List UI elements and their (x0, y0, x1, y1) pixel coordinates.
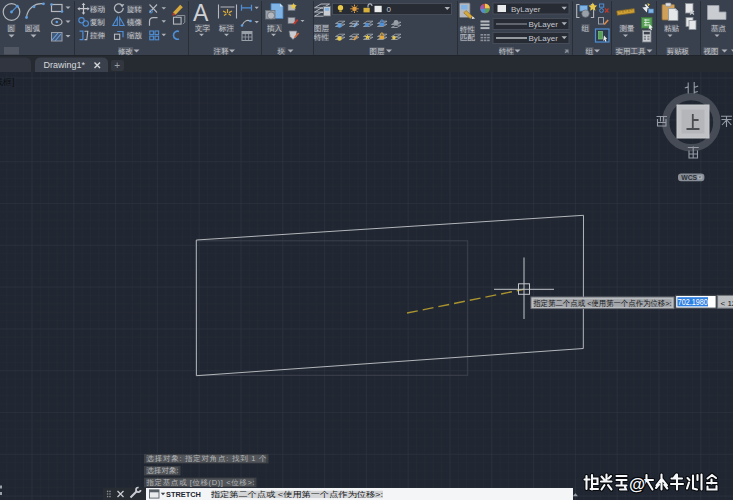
svg-text:0: 0 (387, 5, 392, 14)
svg-text:+: + (114, 60, 120, 71)
svg-text:A: A (193, 0, 209, 26)
svg-text:< 12: < 12 (721, 299, 733, 308)
svg-text:ByLayer: ByLayer (529, 20, 559, 29)
svg-text:线框]: 线框] (0, 77, 15, 87)
svg-text:ByLayer: ByLayer (511, 5, 541, 14)
svg-text:WCS: WCS (681, 174, 697, 181)
svg-text:702.1980: 702.1980 (678, 297, 708, 307)
svg-text:ByLayer: ByLayer (529, 34, 559, 43)
svg-text:@: @ (629, 475, 645, 493)
svg-text:STRETCH: STRETCH (166, 490, 201, 499)
svg-text:Drawing1*: Drawing1* (44, 60, 86, 70)
